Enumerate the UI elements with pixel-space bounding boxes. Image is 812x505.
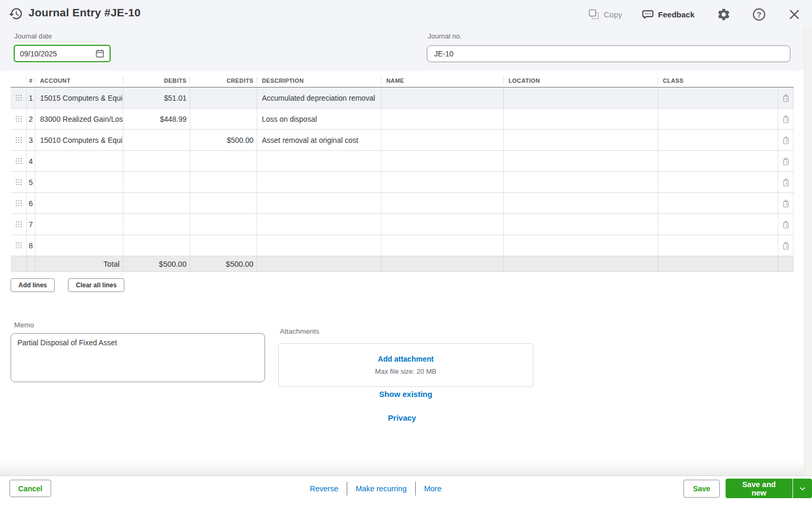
location-cell[interactable] — [503, 214, 658, 235]
location-cell[interactable] — [503, 88, 658, 108]
drag-handle[interactable] — [11, 109, 26, 129]
account-cell[interactable] — [35, 214, 123, 235]
credits-cell[interactable]: $500.00 — [190, 130, 257, 150]
save-button[interactable]: Save — [683, 480, 720, 498]
class-cell[interactable] — [658, 172, 778, 192]
class-cell[interactable] — [658, 88, 778, 108]
delete-line-button[interactable] — [778, 109, 794, 129]
debits-cell[interactable]: $448.99 — [123, 109, 190, 129]
debits-cell[interactable] — [123, 235, 190, 256]
name-cell[interactable] — [381, 88, 503, 108]
table-row: 315010 Computers & Equi$500.00Asset remo… — [11, 130, 794, 151]
drag-handle[interactable] — [11, 193, 26, 213]
description-cell[interactable]: Asset removal at original cost — [257, 130, 381, 150]
account-cell[interactable] — [35, 172, 123, 192]
credits-cell[interactable] — [190, 172, 257, 192]
drag-handle[interactable] — [11, 151, 26, 171]
delete-line-button[interactable] — [778, 235, 794, 256]
location-cell[interactable] — [503, 109, 658, 129]
name-cell[interactable] — [381, 193, 503, 213]
save-and-new-button[interactable]: Save and new — [726, 479, 793, 498]
name-cell[interactable] — [381, 172, 503, 192]
drag-handle[interactable] — [11, 172, 26, 192]
journal-date-field[interactable] — [14, 45, 111, 62]
debits-cell[interactable] — [123, 172, 190, 192]
location-cell[interactable] — [503, 172, 658, 192]
account-cell[interactable] — [35, 151, 123, 171]
location-cell[interactable] — [503, 235, 658, 256]
description-cell[interactable] — [257, 193, 381, 213]
reverse-link[interactable]: Reverse — [310, 484, 338, 493]
name-cell[interactable] — [381, 235, 503, 256]
drag-handle[interactable] — [11, 235, 26, 256]
credits-cell[interactable] — [190, 235, 257, 256]
class-cell[interactable] — [658, 130, 778, 150]
memo-textarea[interactable]: Partial Disposal of Fixed Asset — [11, 333, 265, 382]
drag-handle[interactable] — [11, 130, 26, 150]
name-cell[interactable] — [381, 151, 503, 171]
class-cell[interactable] — [658, 214, 778, 235]
credits-cell[interactable] — [190, 214, 257, 235]
description-cell[interactable] — [257, 235, 381, 256]
account-cell[interactable]: 83000 Realized Gain/Los — [35, 109, 123, 129]
footer-divider — [415, 482, 416, 496]
add-lines-button[interactable]: Add lines — [11, 278, 55, 292]
calendar-icon[interactable] — [95, 48, 105, 59]
debits-cell[interactable] — [123, 193, 190, 213]
scrollbar-track[interactable] — [804, 26, 812, 475]
credits-cell[interactable] — [190, 109, 257, 129]
name-cell[interactable] — [381, 214, 503, 235]
account-cell[interactable] — [35, 235, 123, 256]
location-cell[interactable] — [503, 151, 658, 171]
debits-cell[interactable] — [123, 214, 190, 235]
more-link[interactable]: More — [424, 484, 442, 493]
settings-button[interactable] — [717, 7, 731, 22]
debits-cell[interactable] — [123, 151, 190, 171]
description-cell[interactable] — [257, 172, 381, 192]
description-cell[interactable] — [257, 214, 381, 235]
location-cell[interactable] — [503, 130, 658, 150]
feedback-button[interactable]: Feedback — [641, 8, 694, 21]
delete-line-button[interactable] — [778, 193, 794, 213]
add-attachment-link[interactable]: Add attachment — [378, 355, 434, 363]
privacy-link[interactable]: Privacy — [278, 413, 526, 422]
account-cell[interactable]: 15015 Computers & Equi — [35, 88, 123, 108]
class-cell[interactable] — [658, 109, 778, 129]
help-button[interactable]: ? — [752, 7, 766, 22]
class-cell[interactable] — [658, 235, 778, 256]
credits-cell[interactable] — [190, 193, 257, 213]
credits-cell[interactable] — [190, 88, 257, 108]
delete-line-button[interactable] — [778, 214, 794, 235]
name-cell[interactable] — [381, 109, 503, 129]
delete-line-button[interactable] — [778, 88, 794, 108]
class-cell[interactable] — [658, 151, 778, 171]
delete-line-button[interactable] — [778, 130, 794, 150]
description-cell[interactable]: Loss on disposal — [257, 109, 381, 129]
show-existing-link[interactable]: Show existing — [278, 390, 533, 399]
drag-handle[interactable] — [11, 88, 26, 108]
make-recurring-link[interactable]: Make recurring — [356, 484, 407, 493]
drag-handle[interactable] — [11, 214, 26, 235]
table-row: 115015 Computers & Equi$51.01Accumulated… — [11, 88, 794, 109]
clear-all-lines-button[interactable]: Clear all lines — [68, 278, 124, 292]
cancel-button[interactable]: Cancel — [9, 480, 51, 497]
description-cell[interactable]: Accumulated depreciation removal — [257, 88, 381, 108]
close-button[interactable] — [787, 7, 801, 22]
class-cell[interactable] — [658, 193, 778, 213]
delete-line-button[interactable] — [778, 151, 794, 171]
account-cell[interactable]: 15010 Computers & Equi — [35, 130, 123, 150]
account-cell[interactable] — [35, 193, 123, 213]
copy-button[interactable]: Copy — [588, 8, 622, 21]
attachments-label: Attachments — [280, 327, 319, 335]
description-cell[interactable] — [257, 151, 381, 171]
journal-no-input[interactable] — [427, 45, 790, 62]
credits-cell[interactable] — [190, 151, 257, 171]
location-cell[interactable] — [503, 193, 658, 213]
delete-line-button[interactable] — [778, 172, 794, 192]
debits-cell[interactable]: $51.01 — [123, 88, 190, 108]
debits-cell[interactable] — [123, 130, 190, 150]
journal-date-input[interactable] — [15, 50, 89, 58]
save-options-dropdown[interactable] — [793, 479, 812, 498]
name-cell[interactable] — [381, 130, 503, 150]
attachment-dropzone[interactable]: Add attachment Max file size: 20 MB — [278, 343, 533, 387]
